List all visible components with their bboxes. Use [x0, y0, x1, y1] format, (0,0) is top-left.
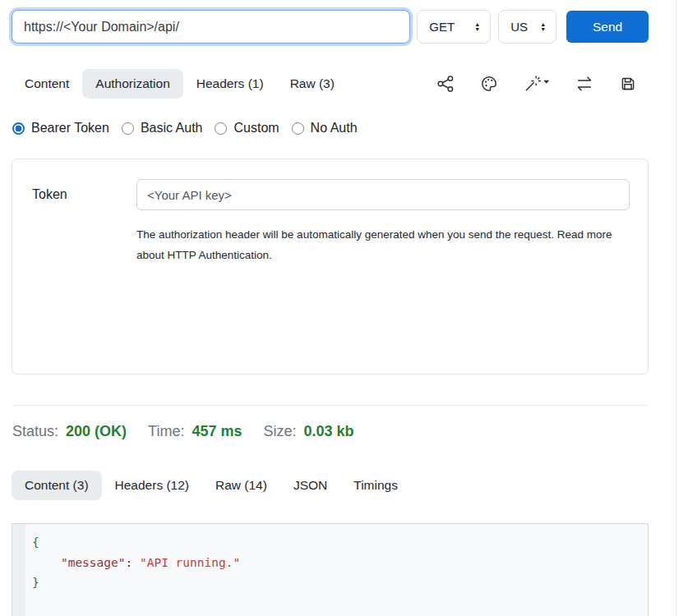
json-value: "API running." [140, 556, 240, 569]
json-open-brace: { [32, 536, 39, 549]
resp-tab-raw[interactable]: Raw (14) [202, 471, 280, 500]
resp-tab-timings[interactable]: Timings [340, 471, 411, 500]
resp-tab-headers[interactable]: Headers (12) [102, 471, 202, 500]
tab-headers[interactable]: Headers (1) [183, 69, 277, 99]
time-label: Time: [148, 423, 184, 440]
response-tabs: Content (3) Headers (12) Raw (14) JSON T… [12, 471, 637, 500]
time-value: 457 ms [192, 423, 242, 440]
tab-authorization[interactable]: Authorization [82, 69, 182, 99]
tab-raw[interactable]: Raw (3) [277, 69, 348, 99]
region-select-value: US [510, 20, 528, 34]
token-label: Token [32, 187, 136, 202]
token-help-text: The authorization header will be automat… [136, 224, 620, 265]
json-key: "message" [61, 556, 126, 569]
palette-icon[interactable] [480, 75, 498, 93]
size-label: Size: [263, 423, 296, 440]
radio-basic-auth[interactable]: Basic Auth [122, 121, 203, 136]
section-divider [12, 405, 649, 406]
radio-icon [12, 122, 25, 135]
radio-icon [215, 122, 227, 135]
request-toolbar [436, 75, 637, 93]
auth-type-options: Bearer Token Basic Auth Custom No Auth [12, 121, 676, 136]
response-body: { "message": "API running." } [12, 523, 649, 616]
app-page: GET ▲▼ US ▲▼ Send Content Authorization … [0, 0, 676, 616]
json-response: { "message": "API running." } [12, 524, 648, 593]
region-select[interactable]: US ▲▼ [498, 10, 556, 44]
status-value: 200 (OK) [66, 423, 127, 440]
radio-custom[interactable]: Custom [215, 121, 279, 136]
resp-tab-content[interactable]: Content (3) [12, 471, 102, 500]
radio-icon [292, 122, 304, 135]
method-select[interactable]: GET ▲▼ [417, 10, 491, 44]
select-updown-icon: ▲▼ [540, 22, 546, 32]
response-status-bar: Status: 200 (OK) Time: 457 ms Size: 0.03… [12, 423, 676, 440]
radio-no-auth[interactable]: No Auth [292, 121, 358, 136]
resp-tab-json[interactable]: JSON [280, 471, 340, 500]
status-label: Status: [12, 423, 58, 440]
magic-wand-icon[interactable] [524, 75, 550, 93]
json-indent [32, 556, 61, 569]
radio-label: Bearer Token [31, 121, 109, 136]
radio-label: Basic Auth [141, 121, 203, 136]
method-select-value: GET [429, 20, 455, 34]
radio-label: No Auth [311, 121, 358, 136]
json-colon: : [126, 556, 140, 569]
radio-icon [122, 122, 134, 135]
tab-content[interactable]: Content [12, 69, 82, 99]
radio-bearer-token[interactable]: Bearer Token [12, 121, 109, 136]
radio-label: Custom [233, 121, 279, 136]
json-close-brace: } [32, 576, 39, 589]
code-gutter [12, 524, 25, 616]
size-value: 0.03 kb [304, 423, 354, 440]
url-input[interactable] [12, 10, 410, 44]
save-icon[interactable] [619, 75, 637, 93]
request-tabs: Content Authorization Headers (1) Raw (3… [12, 69, 637, 99]
share-icon[interactable] [436, 75, 455, 93]
select-updown-icon: ▲▼ [474, 22, 480, 32]
token-input[interactable] [136, 179, 630, 210]
send-button[interactable]: Send [566, 11, 649, 43]
swap-arrows-icon[interactable] [575, 75, 593, 93]
request-bar: GET ▲▼ US ▲▼ Send [0, 0, 676, 44]
token-panel: Token The authorization header will be a… [12, 159, 649, 375]
